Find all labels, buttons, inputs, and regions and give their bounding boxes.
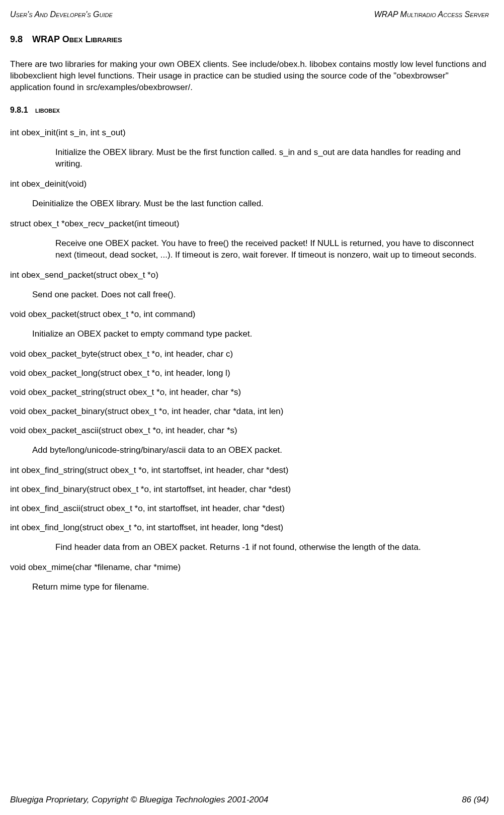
function-signature: int obex_find_string(struct obex_t *o, i… — [10, 465, 489, 475]
section-title: 9.8 WRAP Obex Libraries — [10, 34, 489, 45]
subsection-title: 9.8.1 libobex — [10, 106, 489, 115]
function-signature: int obex_send_packet(struct obex_t *o) — [10, 270, 489, 280]
function-signature: void obex_packet_binary(struct obex_t *o… — [10, 406, 489, 417]
function-signature: void obex_packet_byte(struct obex_t *o, … — [10, 349, 489, 359]
function-signature: int obex_init(int s_in, int s_out) — [10, 128, 489, 138]
function-signature: struct obex_t *obex_recv_packet(int time… — [10, 219, 489, 229]
function-signature: void obex_mime(char *filename, char *mim… — [10, 562, 489, 573]
footer-left: Bluegiga Proprietary, Copyright © Bluegi… — [10, 795, 268, 805]
function-description: Add byte/long/unicode-string/binary/asci… — [32, 445, 489, 456]
function-signature: int obex_deinit(void) — [10, 179, 489, 189]
function-description: Find header data from an OBEX packet. Re… — [55, 542, 489, 553]
function-signature: void obex_packet(struct obex_t *o, int c… — [10, 309, 489, 319]
section-text: WRAP Obex Libraries — [32, 34, 122, 44]
function-signature: void obex_packet_long(struct obex_t *o, … — [10, 368, 489, 378]
subsection-text: libobex — [35, 106, 60, 114]
subsection-number: 9.8.1 — [10, 106, 28, 114]
header-right: WRAP Multiradio Access Server — [374, 10, 489, 19]
intro-paragraph: There are two libraries for making your … — [10, 59, 489, 94]
function-signature: void obex_packet_string(struct obex_t *o… — [10, 387, 489, 397]
footer-right: 86 (94) — [462, 795, 489, 805]
function-signature: int obex_find_binary(struct obex_t *o, i… — [10, 484, 489, 495]
page-footer: Bluegiga Proprietary, Copyright © Bluegi… — [10, 795, 489, 805]
function-description: Initialize the OBEX library. Must be the… — [55, 147, 489, 170]
function-description: Initialize an OBEX packet to empty comma… — [32, 329, 489, 340]
section-number: 9.8 — [10, 34, 23, 44]
function-description: Return mime type for filename. — [32, 582, 489, 593]
header-left: User's And Developer's Guide — [10, 10, 113, 19]
function-signature: int obex_find_long(struct obex_t *o, int… — [10, 523, 489, 533]
function-description: Receive one OBEX packet. You have to fre… — [55, 238, 489, 261]
function-signature: void obex_packet_ascii(struct obex_t *o,… — [10, 426, 489, 436]
page-header: User's And Developer's Guide WRAP Multir… — [10, 10, 489, 19]
function-list: int obex_init(int s_in, int s_out)Initia… — [10, 128, 489, 593]
function-signature: int obex_find_ascii(struct obex_t *o, in… — [10, 504, 489, 514]
function-description: Deinitialize the OBEX library. Must be t… — [32, 198, 489, 210]
function-description: Send one packet. Does not call free(). — [32, 289, 489, 301]
